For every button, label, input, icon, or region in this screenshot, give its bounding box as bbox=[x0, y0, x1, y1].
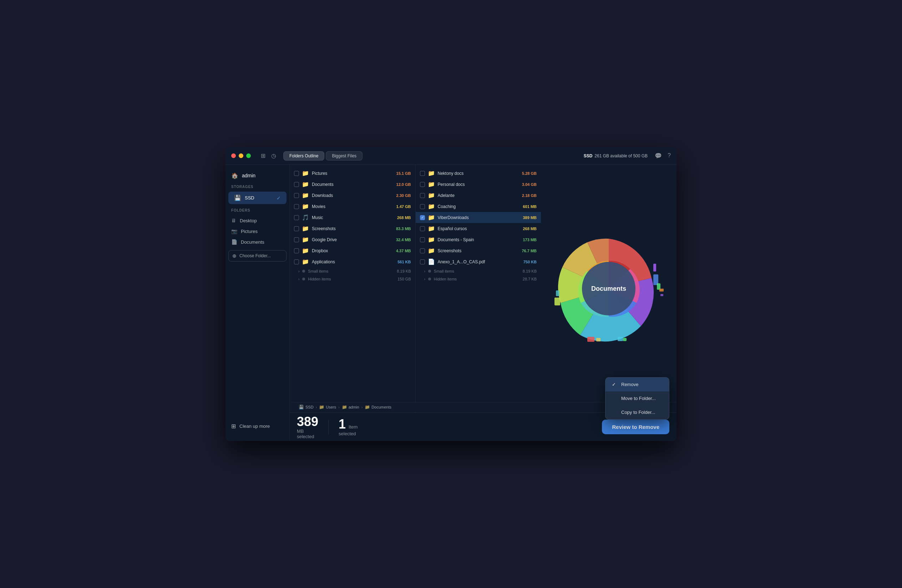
titlebar-icons: ⊞ ◷ bbox=[261, 152, 276, 159]
file-size: 76.7 MB bbox=[521, 249, 537, 253]
file-item[interactable]: 📁 Adelante 2.18 GB bbox=[416, 190, 541, 201]
file-item[interactable]: 📄 Anexo_1_A...O_CAS.pdf 750 KB bbox=[416, 256, 541, 267]
file-item[interactable]: 📁 Personal docs 3.04 GB bbox=[416, 179, 541, 190]
sidebar-toggle-icon[interactable]: ⊞ bbox=[261, 152, 265, 159]
file-size: 750 KB bbox=[523, 260, 537, 264]
folder-icon: 📁 bbox=[428, 170, 435, 177]
breadcrumb-sep: › bbox=[338, 405, 340, 409]
file-item[interactable]: 📁 Documents 12.0 GB bbox=[290, 179, 415, 190]
file-checkbox[interactable] bbox=[420, 226, 425, 231]
svg-rect-5 bbox=[587, 337, 594, 342]
folder-icon: 📁 bbox=[428, 236, 435, 243]
breadcrumb-ssd: SSD bbox=[305, 405, 314, 409]
file-name: Applications bbox=[312, 260, 395, 264]
dropdown-item-copy[interactable]: Copy to Folder... bbox=[606, 405, 669, 419]
cleanup-button[interactable]: ⊞ Clean up more bbox=[226, 417, 290, 435]
file-checkbox[interactable] bbox=[294, 248, 299, 253]
subitem-dot bbox=[302, 270, 305, 272]
review-to-remove-button[interactable]: Review to Remove bbox=[602, 419, 669, 434]
file-item[interactable]: 📁 Dropbox 4.37 MB bbox=[290, 245, 415, 256]
chat-icon[interactable]: 💬 bbox=[655, 152, 662, 159]
file-item[interactable]: 📁 Español cursos 268 MB bbox=[416, 223, 541, 234]
file-name: ViberDownloads bbox=[438, 215, 520, 220]
file-item[interactable]: 📁 Screenshots 83.3 MB bbox=[290, 223, 415, 234]
file-item[interactable]: 📁 Google Drive 32.4 MB bbox=[290, 234, 415, 245]
file-name: Google Drive bbox=[312, 237, 393, 242]
file-column-1: 📁 Pictures 15.1 GB 📁 Documents 12.0 GB bbox=[290, 165, 416, 413]
file-checkbox[interactable] bbox=[420, 237, 425, 242]
dropdown-item-move[interactable]: Move to Folder... bbox=[606, 391, 669, 405]
file-checkbox[interactable] bbox=[294, 226, 299, 231]
file-item[interactable]: 📁 Downloads 2.30 GB bbox=[290, 190, 415, 201]
file-column-2: 📁 Nektony docs 5.28 GB 📁 Personal docs 3… bbox=[416, 165, 541, 413]
hidden-items-label: Hidden items bbox=[308, 277, 331, 281]
sidebar-item-documents[interactable]: 📄 Documents bbox=[226, 236, 290, 247]
sidebar-item-desktop[interactable]: 🖥 Desktop bbox=[226, 215, 290, 226]
file-item[interactable]: 📁 Applications 561 KB bbox=[290, 256, 415, 267]
file-item[interactable]: 📁 Nektony docs 5.28 GB bbox=[416, 168, 541, 179]
hidden-items-2[interactable]: › Hidden items 28.7 KB bbox=[416, 275, 541, 283]
folder-icon: 📁 bbox=[302, 192, 309, 199]
file-name: Movies bbox=[312, 204, 393, 209]
file-checkbox[interactable] bbox=[294, 182, 299, 187]
hidden-items-1[interactable]: › Hidden items 150 GB bbox=[290, 275, 415, 283]
file-checkbox[interactable] bbox=[420, 260, 425, 264]
file-checkbox[interactable] bbox=[294, 260, 299, 264]
small-items-2[interactable]: › Small items 8.19 KB bbox=[416, 267, 541, 275]
file-checkbox[interactable] bbox=[420, 193, 425, 198]
tab-folders-outline[interactable]: Folders Outline bbox=[283, 151, 324, 161]
sidebar-desktop-label: Desktop bbox=[240, 218, 257, 224]
sidebar-ssd-item[interactable]: 💾 SSD ✓ bbox=[229, 192, 287, 204]
sidebar-item-pictures[interactable]: 📷 Pictures bbox=[226, 226, 290, 236]
checkmark-icon: ✓ bbox=[612, 382, 618, 387]
file-item[interactable]: 📁 Screenshots 76.7 MB bbox=[416, 245, 541, 256]
history-icon[interactable]: ◷ bbox=[271, 152, 276, 159]
file-checkbox[interactable] bbox=[294, 204, 299, 209]
folder-crumb-icon: 📁 bbox=[319, 405, 324, 410]
sidebar: 🏠 admin Storages 💾 SSD ✓ Folders 🖥 Deskt… bbox=[226, 165, 290, 441]
svg-rect-9 bbox=[554, 297, 560, 305]
file-item[interactable]: 📁 Pictures 15.1 GB bbox=[290, 168, 415, 179]
stats-mb-unit: MB bbox=[297, 429, 304, 433]
help-icon[interactable]: ? bbox=[667, 152, 671, 159]
file-item[interactable]: 📁 Documents - Spain 173 MB bbox=[416, 234, 541, 245]
file-name: Adelante bbox=[438, 193, 520, 198]
close-button[interactable] bbox=[231, 153, 236, 158]
small-items-label: Small items bbox=[434, 269, 454, 273]
file-item[interactable]: 🎵 Music 268 MB bbox=[290, 212, 415, 223]
file-checkbox[interactable] bbox=[420, 204, 425, 209]
expand-icon: › bbox=[298, 269, 299, 273]
breadcrumb-users: Users bbox=[326, 405, 336, 409]
file-size: 173 MB bbox=[523, 238, 537, 242]
folder-icon: 📁 bbox=[302, 225, 309, 232]
small-items-size: 8.19 KB bbox=[523, 269, 537, 273]
donut-chart: Documents bbox=[551, 231, 666, 346]
file-checkbox-checked[interactable]: ✓ bbox=[420, 215, 425, 220]
breadcrumb-sep: › bbox=[362, 405, 363, 409]
file-checkbox[interactable] bbox=[294, 193, 299, 198]
tab-biggest-files[interactable]: Biggest Files bbox=[326, 151, 363, 161]
file-name: Personal docs bbox=[438, 182, 520, 187]
file-checkbox[interactable] bbox=[294, 171, 299, 176]
breadcrumb-part-users: 📁 Users bbox=[319, 405, 336, 410]
folder-icon: 📁 bbox=[428, 225, 435, 232]
maximize-button[interactable] bbox=[246, 153, 251, 158]
file-checkbox[interactable] bbox=[420, 182, 425, 187]
file-checkbox[interactable] bbox=[294, 237, 299, 242]
folder-icon: 📁 bbox=[302, 258, 309, 265]
file-checkbox[interactable] bbox=[420, 248, 425, 253]
svg-rect-11 bbox=[659, 289, 664, 291]
ssd-availability: 261 GB available of 500 GB bbox=[594, 153, 648, 158]
file-checkbox[interactable] bbox=[294, 215, 299, 220]
file-size: 2.18 GB bbox=[522, 193, 537, 198]
file-item[interactable]: 📁 Movies 1.47 GB bbox=[290, 201, 415, 212]
file-size: 561 KB bbox=[398, 260, 411, 264]
dropdown-item-remove[interactable]: ✓ Remove bbox=[606, 377, 669, 391]
file-item-viber[interactable]: ✓ 📁 ViberDownloads 389 MB bbox=[416, 212, 541, 223]
minimize-button[interactable] bbox=[239, 153, 243, 158]
file-item[interactable]: 📁 Coaching 601 MB bbox=[416, 201, 541, 212]
choose-folder-button[interactable]: ⊕ Choose Folder... bbox=[229, 250, 287, 261]
stats-mb-number: 389 bbox=[297, 415, 318, 428]
small-items-1[interactable]: › Small items 8.19 KB bbox=[290, 267, 415, 275]
file-checkbox[interactable] bbox=[420, 171, 425, 176]
